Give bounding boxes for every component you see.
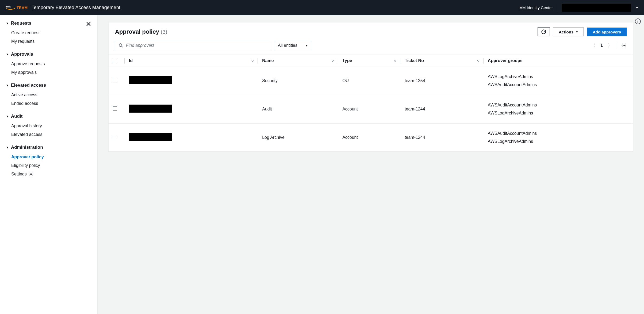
approvers-table: Id▽ Name▽ Type▽ Ticket No▽ Approver grou… — [109, 55, 633, 151]
cell-ticket: team-1244 — [400, 95, 484, 123]
approver-group: AWSAuditAccountAdmins — [488, 129, 629, 137]
card-header: Approval policy (3) Actions ▼ Add appr — [109, 22, 633, 41]
sidebar-item-label: Approval history — [11, 124, 42, 128]
header-right: IAM Identity Center ▼ — [519, 4, 639, 12]
settings-gear-icon[interactable] — [621, 43, 627, 48]
header-divider — [557, 4, 557, 11]
sort-icon[interactable]: ▽ — [332, 59, 334, 63]
cell-groups: AWSLogArchiveAdminsAWSAuditAccountAdmins — [484, 67, 633, 95]
team-badge: TEAM — [17, 6, 28, 10]
cell-groups: AWSAuditAccountAdminsAWSLogArchiveAdmins — [484, 95, 633, 123]
nav-section-header[interactable]: ▼Audit — [6, 114, 91, 119]
nav-section-label: Administration — [11, 145, 43, 150]
row-checkbox[interactable] — [113, 78, 117, 82]
sidebar-item[interactable]: Approver policy — [6, 153, 91, 161]
approver-group: AWSAuditAccountAdmins — [488, 81, 629, 89]
cell-name: Audit — [258, 95, 338, 123]
cell-groups: AWSAuditAccountAdminsAWSLogArchiveAdmins — [484, 123, 633, 151]
svg-point-1 — [30, 174, 32, 175]
search-input[interactable] — [126, 43, 267, 48]
card-title: Approval policy — [115, 28, 159, 35]
row-checkbox[interactable] — [113, 106, 117, 111]
sort-icon[interactable]: ▽ — [477, 59, 479, 63]
approval-policy-card: Approval policy (3) Actions ▼ Add appr — [108, 22, 633, 152]
account-redacted — [562, 4, 631, 12]
header-left: aws TEAM Temporary Elevated Access Manag… — [5, 4, 120, 12]
search-box[interactable] — [115, 41, 270, 50]
cell-name: Log Archive — [258, 123, 338, 151]
col-ticket[interactable]: Ticket No — [405, 58, 424, 63]
nav-section-header[interactable]: ▼Approvals — [6, 52, 91, 57]
cell-type: OU — [338, 67, 400, 95]
col-type[interactable]: Type — [342, 58, 352, 63]
caret-down-icon: ▼ — [6, 115, 9, 118]
nav-section-label: Audit — [11, 114, 22, 119]
sidebar-item-label: Eligibility policy — [11, 163, 40, 168]
select-all-checkbox[interactable] — [113, 58, 117, 62]
sidebar-item[interactable]: Approve requests — [6, 60, 91, 68]
close-icon[interactable]: ✕ — [86, 20, 91, 28]
table-row: Log ArchiveAccountteam-1244AWSAuditAccou… — [109, 123, 633, 151]
aws-logo-text: aws — [5, 4, 16, 12]
id-redacted — [129, 76, 172, 84]
nav-section-header[interactable]: ▼Requests — [6, 21, 91, 26]
actions-button[interactable]: Actions ▼ — [553, 28, 584, 36]
nav-section-header[interactable]: ▼Administration — [6, 145, 91, 150]
page-next-icon[interactable]: 〉 — [608, 42, 612, 49]
table-row: AuditAccountteam-1244AWSAuditAccountAdmi… — [109, 95, 633, 123]
card-count: (3) — [161, 29, 167, 35]
sidebar-item-label: Ended access — [11, 101, 38, 106]
entity-filter-select[interactable]: All entities ▼ — [274, 41, 312, 50]
refresh-icon — [541, 29, 546, 35]
sidebar-item-label: My requests — [11, 39, 34, 44]
sidebar-item[interactable]: Settings — [6, 170, 91, 178]
app-title: Temporary Elevated Access Management — [32, 5, 120, 10]
svg-text:aws: aws — [6, 5, 11, 8]
sort-icon[interactable]: ▽ — [251, 59, 254, 63]
top-header: aws TEAM Temporary Elevated Access Manag… — [0, 0, 644, 15]
sidebar-item[interactable]: Ended access — [6, 99, 91, 108]
col-name[interactable]: Name — [262, 58, 274, 63]
sidebar-item[interactable]: Approval history — [6, 122, 91, 130]
sidebar-item[interactable]: Elevated access — [6, 130, 91, 139]
sidebar-item-label: Approve requests — [11, 62, 45, 66]
actions-label: Actions — [559, 30, 573, 34]
refresh-button[interactable] — [538, 27, 550, 36]
nav-section-label: Elevated access — [11, 83, 46, 88]
sort-icon[interactable]: ▽ — [394, 59, 396, 63]
filter-row: All entities ▼ 〈 1 〉 — [109, 41, 633, 55]
svg-point-2 — [119, 44, 122, 47]
sidebar-item-label: Active access — [11, 93, 37, 97]
sidebar-item[interactable]: My requests — [6, 37, 91, 46]
caret-down-icon: ▼ — [6, 53, 9, 56]
sidebar-item[interactable]: My approvals — [6, 68, 91, 77]
sidebar-item-label: Settings — [11, 172, 27, 177]
svg-point-4 — [623, 45, 625, 46]
row-checkbox[interactable] — [113, 135, 117, 139]
sidebar-item-label: Create request — [11, 30, 40, 35]
svg-line-3 — [121, 46, 123, 47]
nav-section-label: Approvals — [11, 52, 33, 57]
gear-icon — [29, 172, 33, 176]
info-icon[interactable]: i — [635, 18, 641, 24]
page-number: 1 — [600, 43, 603, 48]
sidebar-item[interactable]: Eligibility policy — [6, 161, 91, 170]
identity-center-link[interactable]: IAM Identity Center — [519, 5, 553, 10]
sidebar-item-label: My approvals — [11, 70, 37, 75]
nav-section-label: Requests — [11, 21, 32, 26]
id-redacted — [129, 105, 172, 113]
add-approvers-button[interactable]: Add approvers — [587, 28, 627, 36]
sidebar-item[interactable]: Active access — [6, 91, 91, 99]
table-row: SecurityOUteam-1254AWSLogArchiveAdminsAW… — [109, 67, 633, 95]
page-prev-icon[interactable]: 〈 — [591, 42, 596, 49]
chevron-down-icon[interactable]: ▼ — [635, 6, 639, 10]
approver-group: AWSLogArchiveAdmins — [488, 137, 629, 145]
sidebar-item-label: Elevated access — [11, 132, 43, 137]
nav-section-header[interactable]: ▼Elevated access — [6, 83, 91, 88]
cell-ticket: team-1254 — [400, 67, 484, 95]
approver-group: AWSLogArchiveAdmins — [488, 109, 629, 117]
col-id[interactable]: Id — [129, 58, 133, 63]
caret-down-icon: ▼ — [6, 84, 9, 87]
col-groups: Approver groups — [488, 58, 523, 63]
sidebar-item[interactable]: Create request — [6, 29, 91, 37]
